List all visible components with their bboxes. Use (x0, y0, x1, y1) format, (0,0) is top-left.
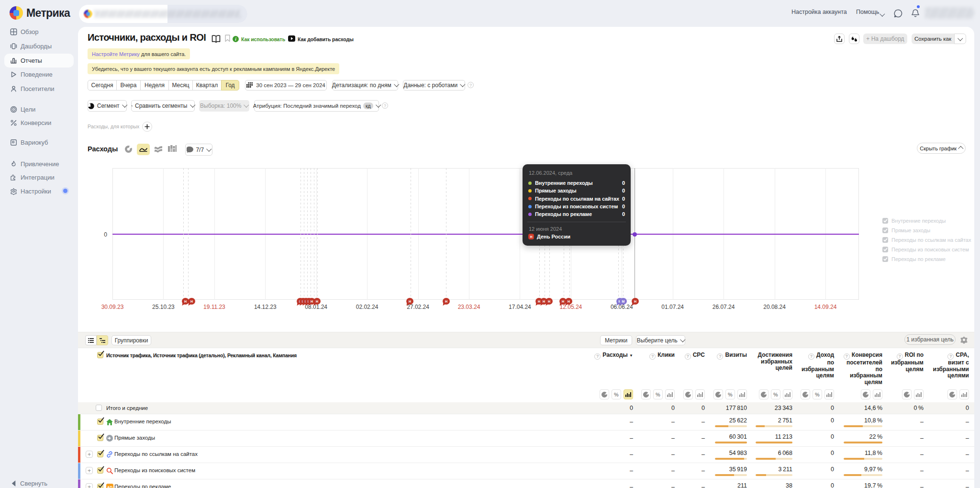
svg-text:AD: AD (107, 485, 113, 488)
